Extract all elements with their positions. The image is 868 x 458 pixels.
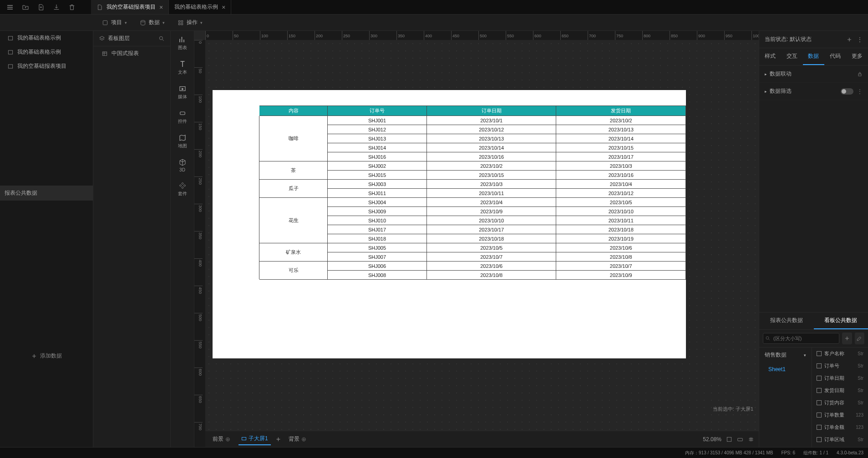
keyboard-icon[interactable] [737,436,743,443]
palette-chart[interactable]: 图表 [171,31,194,55]
component-palette: 图表文本媒体控件地图3D套件 [171,31,194,447]
field-search-input[interactable] [763,333,839,344]
ruler-tick: 800 [642,31,670,40]
field-name: 客户名称 [824,350,844,357]
shipdate-cell: 2023/10/6 [556,243,686,252]
field-item[interactable]: 订单金额123 [812,421,868,433]
field-item[interactable]: 客户名称Str [812,347,868,360]
canvas-viewport[interactable]: 内容订单号订单日期发货日期咖啡SHJ0012023/10/12023/10/2S… [205,40,759,431]
add-circle-icon[interactable]: ⊕ [225,436,230,443]
table-row[interactable]: 茶SHJ0022023/10/22023/10/3 [213,161,686,171]
close-icon[interactable]: × [159,4,163,11]
chevron-down-icon: ▾ [200,20,203,25]
tab-label: 前景 [213,435,223,443]
layer-item[interactable]: 中国式报表 [93,46,170,60]
shipdate-cell: 2023/10/2 [556,116,686,125]
rtab-more[interactable]: 更多 [846,48,868,65]
add-tab-button[interactable]: + [276,435,280,443]
field-item[interactable]: 订单号Str [812,360,868,372]
rtab-style[interactable]: 样式 [759,48,781,65]
tab-background[interactable]: 背景⊕ [286,433,309,445]
download-icon[interactable] [53,4,60,11]
more-icon[interactable]: ⋮ [857,36,863,43]
file-item[interactable]: 我的基础表格示例 [0,31,93,45]
palette-3d[interactable]: 3D [171,154,194,177]
tab-project-1[interactable]: 我的空基础报表项目 × [91,0,169,14]
table-row[interactable]: 花生SHJ0042023/10/42023/10/5 [213,198,686,207]
file-item[interactable]: 我的基础表格示例 [0,45,93,59]
fit-screen-icon[interactable] [726,436,732,443]
palette-kit[interactable]: 套件 [171,177,194,201]
palette-map-icon [178,134,187,142]
field-type-icon [817,376,822,381]
document-tabs: 我的空基础报表项目 × 我的基础表格示例 × [91,0,231,14]
rtab-data[interactable]: 数据 [803,48,825,65]
new-file-icon[interactable] [37,4,45,11]
palette-control[interactable]: 控件 [171,105,194,129]
add-state-icon[interactable] [846,36,853,43]
prop-data-filter[interactable]: ▸数据筛选 ⋮ [759,83,868,100]
add-circle-icon[interactable]: ⊕ [301,436,306,443]
field-type: Str [858,376,863,381]
ruler-tick: 100 [260,31,287,40]
shipdate-cell: 2023/10/9 [556,271,686,280]
report-table[interactable]: 内容订单号订单日期发货日期咖啡SHJ0012023/10/12023/10/2S… [213,106,686,280]
rtab-interact[interactable]: 交互 [781,48,803,65]
more-icon[interactable]: ⋮ [857,88,863,95]
tab-label: 子大屏1 [249,435,268,443]
field-name: 订货内容 [824,399,844,406]
field-item[interactable]: 订货内容Str [812,397,868,409]
svg-point-1 [141,20,145,22]
table-row[interactable]: 可乐SHJ0062023/10/62023/10/7 [213,262,686,271]
edit-datasource-button[interactable] [855,332,865,344]
field-item[interactable]: 订单日期Str [812,372,868,384]
add-datasource-button[interactable] [842,332,852,344]
toggle-filter[interactable] [841,88,853,95]
dtab-report[interactable]: 报表公共数据 [759,312,814,329]
datasource-node[interactable]: 销售数据▾ [759,347,812,362]
ruler-vertical: 0501001502002503003504004505005506006507… [194,40,205,447]
svg-rect-7 [8,50,12,54]
public-data-header[interactable]: 报表公共数据 [0,186,93,201]
svg-rect-14 [727,437,731,441]
tab-project-2[interactable]: 我的基础表格示例 × [169,0,231,14]
table-row[interactable]: 咖啡SHJ0012023/10/12023/10/2 [213,116,686,125]
dtab-board[interactable]: 看板公共数据 [814,312,868,329]
palette-media[interactable]: 媒体 [171,80,194,105]
svg-rect-0 [103,20,107,25]
menu-operate[interactable]: 操作 ▾ [171,19,209,26]
field-item[interactable]: 发货日期Str [812,384,868,397]
lock-icon[interactable] [857,71,863,77]
artboard[interactable]: 内容订单号订单日期发货日期咖啡SHJ0012023/10/12023/10/2S… [213,90,686,358]
table-row[interactable]: 矿泉水SHJ0052023/10/52023/10/6 [213,243,686,252]
palette-map[interactable]: 地图 [171,129,194,154]
menu-data[interactable]: 数据 ▾ [133,19,171,26]
file-item[interactable]: 我的空基础报表项目 [0,59,93,73]
table-row[interactable]: 瓜子SHJ0032023/10/32023/10/4 [213,180,686,189]
field-item[interactable]: 订单区域Str [812,433,868,446]
category-cell: 可乐 [259,262,328,280]
tab-subscreen[interactable]: 子大屏1 [239,433,271,445]
field-item[interactable]: 订单数量123 [812,409,868,421]
rtab-code[interactable]: 代码 [824,48,846,65]
palette-text[interactable]: 文本 [171,55,194,80]
orderdate-cell: 2023/10/13 [426,134,556,143]
close-icon[interactable]: × [222,4,225,11]
orderdate-cell: 2023/10/14 [426,143,556,152]
trash-icon[interactable] [68,4,76,11]
sheet-node[interactable]: Sheet1 [759,362,812,376]
menu-icon[interactable] [6,4,14,11]
tab-foreground[interactable]: 前景⊕ [210,433,233,445]
new-folder-icon[interactable] [22,4,29,11]
ruler-tick: 600 [533,31,560,40]
grid-icon[interactable] [748,436,754,443]
file-label: 我的基础表格示例 [17,34,61,42]
tab-label: 背景 [289,435,299,443]
search-icon[interactable] [158,35,165,42]
menu-project[interactable]: 项目 ▾ [96,19,133,26]
shipdate-cell: 2023/10/3 [556,161,686,171]
add-data-button[interactable]: 添加数据 [0,347,93,365]
palette-kit-icon [178,181,187,190]
tab-label: 我的空基础报表项目 [107,3,156,11]
prop-data-link[interactable]: ▸数据联动 [759,65,868,83]
